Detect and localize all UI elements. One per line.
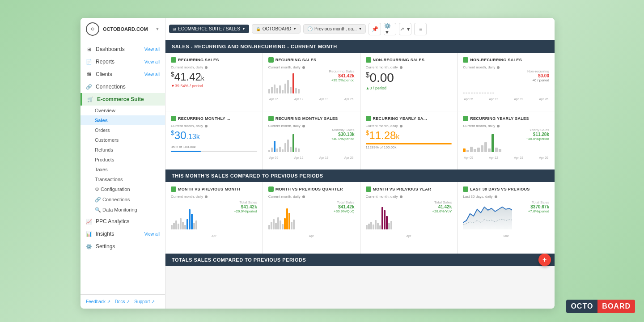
clients-viewall[interactable]: View all	[144, 72, 160, 77]
metric-yearly-2: RECURRING YEARLY SALES Current month, da…	[458, 111, 555, 169]
metric-yearly-1: RECURRING YEARLY SA... Current month, da…	[360, 111, 458, 169]
content-area: SALES - RECURRING AND NON-RECURRING - CU…	[165, 40, 555, 309]
svg-rect-59	[268, 225, 270, 229]
svg-rect-24	[268, 150, 270, 152]
svg-rect-14	[468, 93, 470, 93]
svg-rect-64	[280, 220, 281, 229]
svg-rect-20	[484, 93, 486, 93]
svg-rect-8	[290, 87, 292, 93]
svg-rect-23	[492, 93, 494, 93]
metric-nonrecurring-sales-2: NON-RECURRING SALES Current month, daily…	[458, 53, 555, 111]
svg-rect-6	[284, 84, 286, 93]
brand-board: BOARD	[597, 300, 635, 313]
month-vs-prev-chart	[171, 200, 220, 232]
sidebar-sub-taxes[interactable]: Taxes	[80, 165, 165, 174]
metric-nonrecurring-sales-1: NON-RECURRING SALES Current month, daily…	[360, 53, 458, 111]
share-button[interactable]: ↗ ▼	[399, 23, 411, 35]
svg-rect-71	[366, 225, 368, 229]
sidebar-sub-sales[interactable]: Sales	[80, 115, 165, 125]
svg-rect-61	[273, 219, 275, 229]
sidebar-sub-overview[interactable]: Overview	[80, 106, 165, 115]
svg-rect-27	[276, 148, 278, 152]
sidebar-item-clients[interactable]: 🏛 Clients View all	[80, 68, 165, 80]
metrics-row2: RECURRING MONTHLY ... Current month, dai…	[165, 111, 555, 169]
docs-link[interactable]: Docs ↗	[115, 299, 130, 304]
settings-icon-btn[interactable]: ⚙️ ▼	[384, 23, 396, 35]
svg-rect-13	[466, 93, 467, 93]
live-dot	[302, 195, 305, 198]
feedback-link[interactable]: Feedback ↗	[86, 299, 110, 304]
sidebar-sub-refunds[interactable]: Refunds	[80, 145, 165, 155]
sidebar-item-insights[interactable]: 📊 Insights View all	[80, 228, 165, 240]
svg-rect-44	[491, 134, 494, 152]
reports-viewall[interactable]: View all	[144, 59, 160, 64]
add-widget-button[interactable]: +	[538, 254, 551, 266]
sidebar-nav: ⊞ Dashboards View all 📄 Reports View all…	[80, 40, 165, 255]
metric-header: NON-RECURRING SALES	[366, 57, 452, 63]
monthly-chart	[268, 130, 326, 154]
svg-rect-50	[178, 224, 179, 229]
metric-month-prev-month: MONTH VS PREVIOUS MONTH Current month, d…	[165, 182, 263, 254]
sidebar-item-settings[interactable]: ⚙️ Settings	[80, 240, 165, 253]
metric-monthly-1: RECURRING MONTHLY ... Current month, dai…	[165, 111, 263, 169]
metric-badge	[171, 186, 176, 192]
live-dot	[205, 195, 208, 198]
svg-rect-79	[384, 210, 386, 229]
svg-rect-1	[271, 87, 273, 93]
support-link[interactable]: Support ↗	[134, 299, 155, 304]
sidebar-sub-transactions[interactable]: Transactions	[80, 174, 165, 184]
last30-chart	[463, 200, 512, 232]
svg-rect-81	[388, 223, 390, 229]
top-bar: ⊙ OCTOBOARD.COM ▼ ⊞ ECOMMERCE SUITE / SA…	[80, 18, 555, 40]
metric-month-prev-year: MONTH VS PREVIOUS YEAR Current month, da…	[360, 182, 458, 254]
sidebar-item-connections[interactable]: 🔗 Connections	[80, 80, 165, 93]
svg-rect-39	[474, 149, 476, 152]
sidebar-sub-customers[interactable]: Customers	[80, 135, 165, 145]
live-dot	[302, 66, 305, 69]
svg-rect-46	[499, 149, 501, 152]
svg-rect-66	[284, 218, 286, 229]
metric-recurring-sales-2: RECURRING SALES Current month, daily Rec…	[263, 53, 360, 111]
yearly-chart	[463, 130, 521, 154]
logo-caret[interactable]: ▼	[155, 26, 160, 31]
live-dot	[497, 66, 500, 69]
menu-button[interactable]: ≡	[414, 23, 427, 35]
svg-rect-11	[298, 89, 300, 93]
sidebar-item-ecommerce[interactable]: 🛒 E-commerce Suite	[80, 93, 165, 106]
sidebar-sub-products[interactable]: Products	[80, 155, 165, 165]
svg-rect-35	[298, 148, 300, 152]
board-select[interactable]: 🔒 OCTOBOARD ▼	[252, 24, 301, 34]
live-dot	[205, 66, 208, 69]
svg-rect-30	[284, 143, 286, 152]
pin-button[interactable]: 📌	[369, 23, 381, 35]
svg-rect-33	[292, 134, 294, 152]
svg-rect-53	[184, 225, 186, 229]
svg-rect-69	[291, 222, 292, 229]
sidebar-sub-configuration[interactable]: ⚙ Configuration	[80, 184, 165, 195]
period-select[interactable]: 🕐 Previous month, da... ▼	[303, 24, 366, 34]
sidebar-sub-connections[interactable]: 🔗 Connections	[80, 195, 165, 205]
sidebar-sub-orders[interactable]: Orders	[80, 125, 165, 135]
dashboards-viewall[interactable]: View all	[144, 47, 160, 52]
svg-rect-77	[379, 225, 381, 229]
svg-rect-74	[373, 225, 374, 229]
sidebar-item-reports[interactable]: 📄 Reports View all	[80, 55, 165, 68]
progress-fill	[171, 151, 201, 152]
sidebar-item-dashboards[interactable]: ⊞ Dashboards View all	[80, 43, 165, 55]
svg-rect-15	[471, 93, 473, 93]
top-bar-controls: ⊞ ECOMMERCE SUITE / SALES ▼ 🔒 OCTOBOARD …	[165, 23, 555, 35]
sidebar-sub-monitoring[interactable]: 🔍 Data Monitoring	[80, 205, 165, 215]
suite-caret: ▼	[242, 27, 246, 31]
svg-rect-51	[180, 218, 182, 229]
svg-rect-62	[275, 223, 277, 229]
yellow-bar	[366, 143, 452, 144]
svg-rect-45	[495, 148, 498, 152]
suite-select[interactable]: ⊞ ECOMMERCE SUITE / SALES ▼	[169, 25, 249, 33]
svg-rect-47	[171, 225, 173, 229]
settings-icon: ⚙️	[86, 243, 92, 250]
svg-rect-72	[368, 224, 370, 229]
live-dot	[400, 66, 402, 69]
metric-badge	[268, 57, 274, 63]
sidebar-item-ppc[interactable]: 📈 PPC Analytics	[80, 215, 165, 228]
insights-viewall[interactable]: View all	[144, 232, 160, 237]
